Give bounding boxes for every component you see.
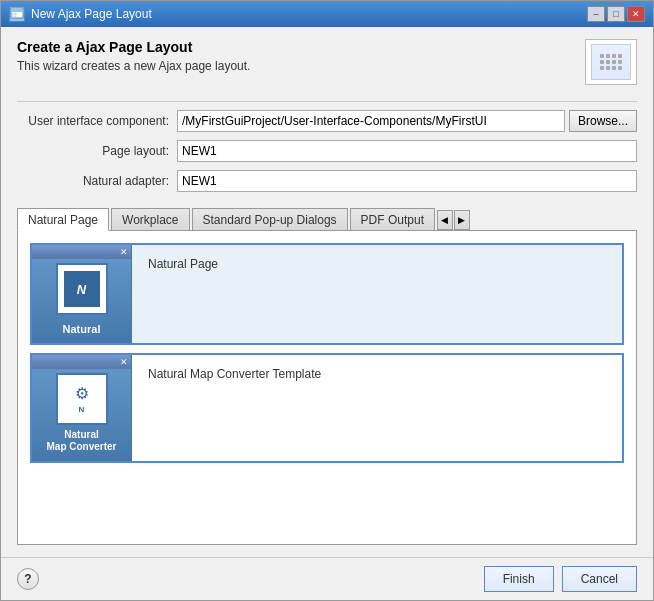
tab-workplace[interactable]: Workplace (111, 208, 189, 230)
template-natural-icon: N (56, 263, 108, 315)
template-item-converter-header: ✕ (32, 355, 131, 369)
template-natural-description: Natural Page (132, 245, 622, 343)
title-bar-buttons: – □ ✕ (587, 6, 645, 22)
template-item-natural-header: ✕ (32, 245, 131, 259)
template-converter-label: Natural Map Converter (46, 429, 116, 453)
template-natural-label: Natural (63, 323, 101, 335)
page-layout-row: Page layout: (17, 140, 637, 162)
natural-adapter-label: Natural adapter: (17, 174, 177, 188)
template-item-converter[interactable]: ✕ ⚙ N Natural Map Converter Natural Map … (30, 353, 624, 463)
dialog-content: Create a Ajax Page Layout This wizard cr… (1, 27, 653, 557)
title-bar: New Ajax Page Layout – □ ✕ (1, 1, 653, 27)
window-icon (9, 6, 25, 22)
svg-rect-2 (12, 13, 16, 17)
tab-scroll-left[interactable]: ◀ (437, 210, 453, 230)
minimize-button[interactable]: – (587, 6, 605, 22)
title-bar-left: New Ajax Page Layout (9, 6, 152, 22)
title-bar-text: New Ajax Page Layout (31, 7, 152, 21)
tab-standard-popup[interactable]: Standard Pop-up Dialogs (192, 208, 348, 230)
page-layout-input[interactable] (177, 140, 637, 162)
template-converter-description: Natural Map Converter Template (132, 355, 622, 461)
dialog-window: New Ajax Page Layout – □ ✕ Create a Ajax… (0, 0, 654, 601)
dialog-footer: ? Finish Cancel (1, 557, 653, 600)
ui-component-row: User interface component: Browse... (17, 110, 637, 132)
tab-content: ✕ N Natural Natural Page (17, 231, 637, 545)
cancel-button[interactable]: Cancel (562, 566, 637, 592)
natural-icon-inner: N (64, 271, 100, 307)
footer-buttons: Finish Cancel (484, 566, 637, 592)
close-button[interactable]: ✕ (627, 6, 645, 22)
template-item-natural-left: ✕ N Natural (32, 245, 132, 343)
tabs-container: Natural Page Workplace Standard Pop-up D… (17, 208, 637, 545)
ui-component-input[interactable] (177, 110, 565, 132)
natural-adapter-input[interactable] (177, 170, 637, 192)
maximize-button[interactable]: □ (607, 6, 625, 22)
template-item-converter-left: ✕ ⚙ N Natural Map Converter (32, 355, 132, 461)
finish-button[interactable]: Finish (484, 566, 554, 592)
browse-button[interactable]: Browse... (569, 110, 637, 132)
template-item-natural[interactable]: ✕ N Natural Natural Page (30, 243, 624, 345)
template-converter-close: ✕ (120, 357, 128, 367)
page-layout-label: Page layout: (17, 144, 177, 158)
help-button[interactable]: ? (17, 568, 39, 590)
header-section: Create a Ajax Page Layout This wizard cr… (17, 39, 637, 85)
header-separator (17, 101, 637, 102)
tab-scroll-right[interactable]: ▶ (454, 210, 470, 230)
wizard-icon-dots (600, 54, 622, 70)
header-subtitle: This wizard creates a new Ajax page layo… (17, 59, 577, 73)
svg-rect-1 (12, 9, 22, 12)
header-text: Create a Ajax Page Layout This wizard cr… (17, 39, 577, 73)
tab-pdf-output[interactable]: PDF Output (350, 208, 435, 230)
natural-adapter-row: Natural adapter: (17, 170, 637, 192)
template-natural-close: ✕ (120, 247, 128, 257)
wizard-icon-inner (591, 44, 631, 80)
wizard-icon (585, 39, 637, 85)
header-title: Create a Ajax Page Layout (17, 39, 577, 55)
tab-bar: Natural Page Workplace Standard Pop-up D… (17, 208, 637, 231)
ui-component-label: User interface component: (17, 114, 177, 128)
tab-natural-page[interactable]: Natural Page (17, 208, 109, 231)
template-converter-icon: ⚙ N (56, 373, 108, 425)
